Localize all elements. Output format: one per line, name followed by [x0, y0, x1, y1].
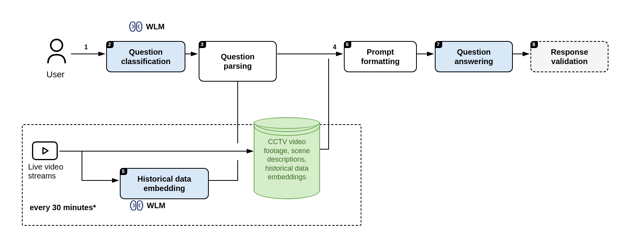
user-label: User: [46, 70, 64, 80]
database: CCTV video footage, scene descriptions, …: [254, 117, 320, 199]
badge-6: 6: [344, 41, 351, 48]
brain-icon: [130, 199, 144, 212]
box-7-label: Question answering: [455, 48, 493, 66]
frequency-label: every 30 minutes*: [30, 203, 96, 212]
wlm-bottom-label: WLM: [147, 201, 165, 210]
wlm-top-label: WLM: [146, 22, 165, 31]
box-5-label: Historical data embedding: [137, 175, 191, 193]
video-icon: [32, 141, 58, 160]
box-historical-data-embedding: 5 Historical data embedding: [120, 168, 209, 199]
box-6-label: Prompt formatting: [361, 48, 400, 66]
step-4-label: 4: [333, 44, 336, 51]
box-2-label: Question classification: [121, 48, 171, 66]
box-question-answering: 7 Question answering: [435, 41, 513, 72]
db-label: CCTV video footage, scene descriptions, …: [257, 137, 317, 182]
step-1-label: 1: [84, 44, 88, 51]
user-icon: [45, 38, 68, 66]
box-question-classification: 2 Question classification: [106, 41, 185, 72]
box-3-label: Question parsing: [221, 52, 255, 70]
brain-icon: [129, 20, 143, 33]
badge-7: 7: [435, 41, 442, 48]
badge-3: 3: [199, 41, 206, 48]
box-8-label: Response validation: [551, 48, 588, 66]
video-label: Live video streams: [28, 162, 63, 180]
box-response-validation: 8 Response validation: [530, 41, 608, 72]
box-prompt-formatting: 6 Prompt formatting: [344, 41, 417, 72]
box-question-parsing: 3 Question parsing: [199, 41, 277, 82]
wlm-bottom: WLM: [130, 199, 165, 212]
badge-8: 8: [530, 41, 538, 48]
badge-5: 5: [120, 168, 127, 175]
pipeline-diagram: User 1 WLM 2 Question classification 3 Q…: [8, 8, 636, 224]
svg-point-7: [51, 39, 62, 51]
badge-2: 2: [106, 41, 114, 48]
wlm-top: WLM: [129, 20, 165, 33]
